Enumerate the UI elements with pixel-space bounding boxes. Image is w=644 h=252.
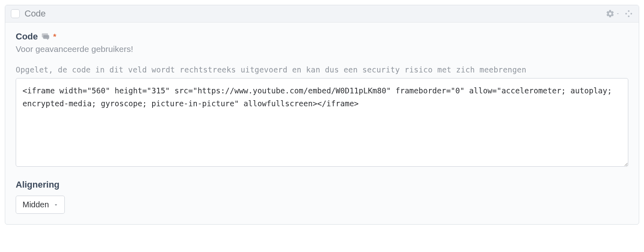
required-indicator: * (53, 33, 56, 41)
move-icon (624, 9, 633, 18)
alignment-label: Alignering (16, 180, 628, 190)
code-field-warning: Opgelet, de code in dit veld wordt recht… (16, 65, 628, 74)
svg-point-0 (628, 10, 630, 12)
panel-header-left: Code (11, 8, 46, 19)
code-field-subtitle: Voor geavanceerde gebruikers! (16, 44, 628, 54)
chevron-down-icon (53, 202, 59, 208)
svg-point-3 (628, 15, 630, 17)
panel-header: Code (5, 5, 639, 23)
code-panel: Code Code (5, 5, 639, 225)
svg-point-2 (630, 13, 632, 14)
code-label-row: Code * (16, 31, 628, 42)
gear-icon (606, 9, 615, 18)
svg-point-1 (625, 13, 627, 14)
panel-select-checkbox[interactable] (11, 9, 20, 18)
alignment-section: Alignering Midden (16, 180, 628, 214)
code-field-label: Code (16, 31, 38, 42)
settings-button[interactable] (606, 9, 620, 18)
chevron-down-icon (615, 11, 620, 16)
panel-body: Code * Voor geavanceerde gebruikers! Opg… (5, 23, 639, 224)
panel-header-actions (606, 9, 633, 18)
move-button[interactable] (624, 9, 633, 18)
alignment-select[interactable]: Midden (16, 196, 65, 214)
panel-title: Code (25, 8, 46, 19)
comments-icon[interactable] (41, 32, 50, 41)
code-textarea[interactable] (16, 78, 628, 167)
alignment-select-value: Midden (23, 200, 49, 209)
